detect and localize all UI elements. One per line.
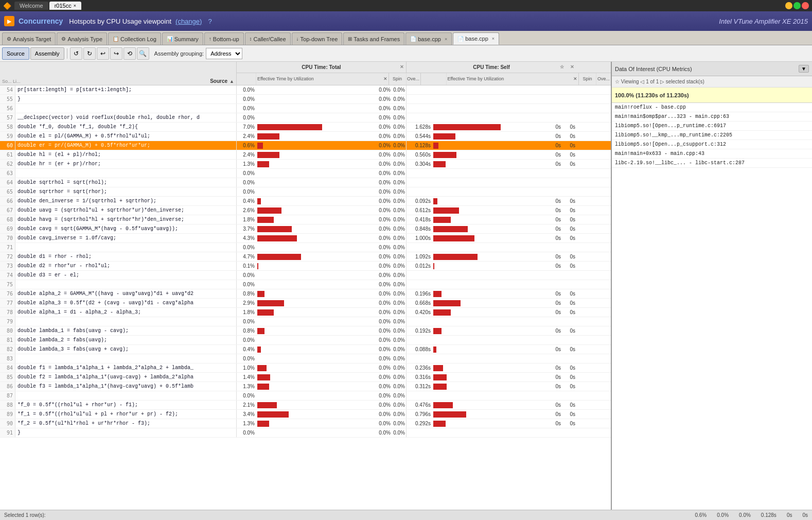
table-row[interactable]: 77 double alpha_3 = 0.5f*(d2 + (cavg - u… xyxy=(0,299,611,308)
table-row[interactable]: 66 double den_inverse = 1/(sqrtrhol + sq… xyxy=(0,197,611,206)
callstack-item[interactable]: libiomp5.so!__kmp_...mp_runtime.c:2205 xyxy=(612,131,812,140)
search-button[interactable]: 🔍 xyxy=(137,47,149,60)
self-bar-cell xyxy=(432,274,544,276)
tab-base-cpp-2[interactable]: 📄 base.cpp × xyxy=(453,32,499,45)
tab-top-down-tree[interactable]: ↓ Top-down Tree xyxy=(292,32,343,45)
table-row[interactable]: 790.0%0.0%0.0% xyxy=(0,317,611,326)
toolbar-icon-4[interactable]: ↪ xyxy=(110,47,122,60)
table-row[interactable]: 70 double cavg_inverse = 1.0f/cavg;4.3%0… xyxy=(0,234,611,243)
table-row[interactable]: 86 double f3 = lambda_1*alpha_1*(havg-ca… xyxy=(0,382,611,391)
table-row[interactable]: 58 double *f_0, double *f_1, double *f_2… xyxy=(0,123,611,132)
tab-welcome[interactable]: Welcome xyxy=(14,2,48,10)
table-row[interactable]: 72 double d1 = rhor - rhol;4.7%0.0%0.0%1… xyxy=(0,252,611,262)
code-line xyxy=(15,280,237,289)
table-row[interactable]: 69 double cavg = sqrt(GAMMA_M*(havg - 0.… xyxy=(0,224,611,234)
metrics-row1: CPU Time: Total ✕ CPU Time: Self ☆ ✕ xyxy=(237,62,611,73)
toolbar-icon-3[interactable]: ↩ xyxy=(97,47,109,60)
source-button[interactable]: Source xyxy=(2,47,29,60)
code-line: double sqrtrhol = sqrt(rhol); xyxy=(15,178,237,187)
maximize-btn[interactable] xyxy=(793,2,801,9)
tab-r015cc[interactable]: r015cc × xyxy=(49,2,81,10)
table-row[interactable]: 76 double alpha_2 = GAMMA_M*((havg - uav… xyxy=(0,289,611,299)
source-code-area[interactable]: 54 pr[start:length] = p[start+1:length];… xyxy=(0,85,611,510)
right-panel-dropdown-btn[interactable]: ▼ xyxy=(799,65,809,73)
table-row[interactable]: 82 double lambda_3 = fabs(uavg + cavg);0… xyxy=(0,345,611,354)
line-number: 71 xyxy=(0,243,15,252)
callstack-item[interactable]: main!main$omp$par...323 - main.cpp:63 xyxy=(612,112,812,122)
table-row[interactable]: 64 double sqrtrhol = sqrt(rhol);0.0%0.0%… xyxy=(0,178,611,187)
total-bar xyxy=(257,309,274,316)
total-spin: 0.0% xyxy=(374,337,392,343)
callstack-item[interactable]: libiomp5.so![Open...p_runtime.c:6917 xyxy=(612,122,812,131)
table-row[interactable]: 90 *f_2 = 0.5f*(ul*hl*rhol + ur*hr*rhor … xyxy=(0,419,611,428)
callstack-item[interactable]: libiomp5.so![Open...p_csupport.c:312 xyxy=(612,140,812,149)
total-over: 0.0% xyxy=(392,411,406,417)
assembly-button[interactable]: Assembly xyxy=(30,47,64,60)
table-row[interactable]: 61 double hl = (el + pl)/rhol;2.4%0.0%0.… xyxy=(0,150,611,160)
tab-r015cc-close[interactable]: × xyxy=(74,3,76,8)
cpu-total-cell: 0.0%0.0%0.0% xyxy=(237,178,407,187)
cpu-total-cell: 0.4%0.0%0.0% xyxy=(237,197,407,205)
minimize-btn[interactable] xyxy=(785,2,792,9)
table-row[interactable]: 78 double alpha_1 = d1 - alpha_2 - alpha… xyxy=(0,308,611,317)
tab-analysis-target[interactable]: ⚙ Analysis Target xyxy=(2,32,56,45)
total-over: 0.0% xyxy=(392,365,406,371)
table-row[interactable]: 88 *f_0 = 0.5f*((rhol*ul + rhor*ur) - f1… xyxy=(0,401,611,410)
tab-base-cpp-2-close[interactable]: × xyxy=(492,36,495,41)
close-btn[interactable] xyxy=(802,2,809,9)
tab-collection-log[interactable]: 📋 Collection Log xyxy=(108,32,161,45)
self-over: 0s xyxy=(562,411,576,417)
toolbar-icon-1[interactable]: ↺ xyxy=(70,47,82,60)
self-time: 0.128s xyxy=(407,143,432,148)
tab-base-cpp-1-close[interactable]: × xyxy=(445,37,447,42)
callstack-item[interactable]: libc-2.19.so!__libc_... - libc-start.c:2… xyxy=(612,159,812,168)
tab-base-cpp-1[interactable]: 📄 base.cpp × xyxy=(405,32,452,45)
table-row[interactable]: 560.0%0.0%0.0% xyxy=(0,104,611,113)
table-row[interactable]: 91}0.0%0.0%0.0% xyxy=(0,428,611,438)
assembly-grouping-select[interactable]: Address xyxy=(206,48,242,59)
total-bar-cell xyxy=(256,123,374,131)
table-row[interactable]: 57__declspec(vector) void roeflux(double… xyxy=(0,113,611,123)
table-row[interactable]: 89 *f_1 = 0.5f*((rhol*ul*ul + pl + rhor*… xyxy=(0,410,611,419)
tab-tasks-and-frames[interactable]: ⊞ Tasks and Frames xyxy=(343,32,404,45)
cpu-total-cell: 4.3%0.0%0.0% xyxy=(237,234,407,242)
total-bar xyxy=(257,235,297,241)
table-row[interactable]: 73 double d2 = rhor*ur - rhol*ul;0.1%0.0… xyxy=(0,262,611,271)
table-row[interactable]: 55}0.0%0.0%0.0% xyxy=(0,95,611,104)
callstack-item[interactable]: main!main+0x633 - main.cpp:43 xyxy=(612,149,812,159)
table-row[interactable]: 59 double el = pl/(GAMMA_M) + 0.5f*rhol*… xyxy=(0,132,611,141)
table-row[interactable]: 54 pr[start:length] = p[start+1:length];… xyxy=(0,85,611,95)
toolbar-icon-2[interactable]: ↻ xyxy=(83,47,96,60)
self-bar xyxy=(433,235,474,241)
tab-bottom-up[interactable]: ↑ Bottom-up xyxy=(204,32,244,45)
self-time: 0.612s xyxy=(407,207,432,213)
table-row[interactable]: 710.0%0.0%0.0% xyxy=(0,243,611,252)
tab-analysis-type[interactable]: ⚙ Analysis Type xyxy=(57,32,107,45)
tab-caller-callee[interactable]: ↕ Caller/Callee xyxy=(245,32,291,45)
table-row[interactable]: 62 double hr = (er + pr)/rhor;1.3%0.0%0.… xyxy=(0,160,611,169)
help-icon[interactable]: ? xyxy=(208,18,211,25)
cpu-total-cell: 0.0%0.0%0.0% xyxy=(237,391,407,400)
table-row[interactable]: 750.0%0.0%0.0% xyxy=(0,280,611,289)
table-row[interactable]: 60 double er = pr/(GAMMA_M) + 0.5f*rhor*… xyxy=(0,141,611,150)
table-row[interactable]: 830.0%0.0%0.0% xyxy=(0,354,611,363)
tab-summary[interactable]: 📊 Summary xyxy=(162,32,203,45)
sort-icon[interactable]: ▲ xyxy=(230,79,234,84)
self-bar-cell xyxy=(432,216,544,224)
table-row[interactable]: 81 double lambda_2 = fabs(uavg);0.0%0.0%… xyxy=(0,336,611,345)
table-row[interactable]: 65 double sqrtrhor = sqrt(rhor);0.0%0.0%… xyxy=(0,187,611,197)
callstack-item[interactable]: main!roeflux - base.cpp xyxy=(612,103,812,112)
total-over: 0.0% xyxy=(392,430,406,436)
toolbar-icon-5[interactable]: ⟲ xyxy=(123,47,136,60)
table-row[interactable]: 630.0%0.0%0.0% xyxy=(0,169,611,178)
table-row[interactable]: 80 double lambda_1 = fabs(uavg - cavg);0… xyxy=(0,326,611,336)
table-row[interactable]: 68 double havg = (sqrtrhol*hl + sqrtrhor… xyxy=(0,215,611,224)
table-row[interactable]: 84 double f1 = lambda_1*alpha_1 + lambda… xyxy=(0,363,611,373)
cpu-self-cell: 0.560s0s0s xyxy=(407,150,576,159)
table-row[interactable]: 74 double d3 = er - el;0.0%0.0%0.0% xyxy=(0,271,611,280)
table-row[interactable]: 85 double f2 = lambda_1*alpha_1*(uavg-ca… xyxy=(0,373,611,382)
table-row[interactable]: 67 double uavg = (sqrtrhol*ul + sqrtrhor… xyxy=(0,206,611,215)
cpu-self-cell: 0.312s0s0s xyxy=(407,382,576,391)
change-link[interactable]: (change) xyxy=(175,18,202,25)
table-row[interactable]: 870.0%0.0%0.0% xyxy=(0,391,611,401)
